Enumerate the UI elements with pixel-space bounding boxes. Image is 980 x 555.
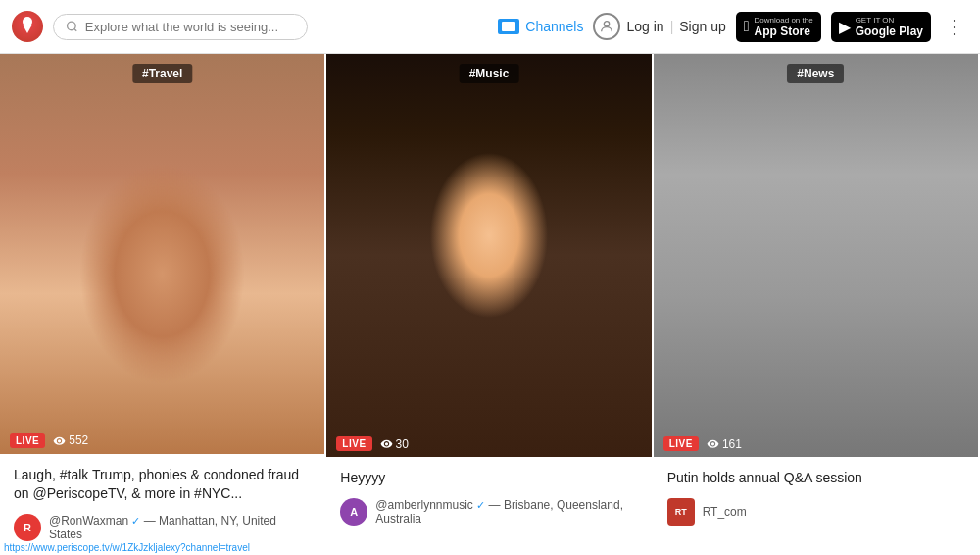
- live-bar-travel: LIVE 552: [0, 428, 98, 454]
- appstore-badge[interactable]:  Download on the App Store: [736, 12, 821, 42]
- panel-tag-news: #News: [787, 64, 844, 83]
- footer-url[interactable]: https://www.periscope.tv/w/1ZkJzkljalexy…: [4, 542, 250, 553]
- appstore-big: App Store: [755, 25, 813, 38]
- search-input[interactable]: [85, 20, 295, 34]
- eye-icon-news: [707, 437, 719, 450]
- video-bg-music: #Music LIVE 30: [326, 54, 651, 457]
- viewer-count-travel: 552: [53, 433, 88, 447]
- signup-button[interactable]: Sign up: [679, 19, 725, 34]
- search-icon: [66, 20, 78, 33]
- live-bar-news: LIVE 161: [654, 430, 752, 457]
- live-badge-news: LIVE: [663, 436, 699, 451]
- eye-icon-travel: [53, 434, 66, 447]
- eye-icon-music: [380, 437, 393, 450]
- auth-section: Log in | Sign up: [593, 13, 725, 40]
- streamer-name-music: @amberlynnmusic ✓ — Brisbane, Queensland…: [375, 498, 637, 526]
- verified-icon-travel: ✓: [131, 515, 140, 527]
- streamer-avatar-music: A: [340, 498, 368, 526]
- live-bar-music: LIVE 30: [326, 430, 418, 457]
- apple-icon: : [744, 18, 750, 35]
- video-bg-news: #News LIVE 161: [654, 54, 978, 457]
- stream-title-travel: Laugh, #talk Trump, phonies & condoned f…: [14, 466, 311, 504]
- panel-tag-music: #Music: [460, 64, 519, 83]
- main-content: #Travel LIVE 552 Laugh, #talk Trump, pho…: [0, 54, 980, 555]
- video-bg-travel: #Travel LIVE 552: [0, 54, 324, 454]
- svg-line-1: [74, 28, 76, 30]
- panel-tag-travel: #Travel: [132, 64, 192, 83]
- video-panel-news[interactable]: #News LIVE 161 Putin holds annual Q&A se…: [654, 54, 980, 555]
- streamer-name-news: RT_com: [703, 505, 747, 519]
- svg-point-0: [68, 22, 76, 30]
- live-badge-travel: LIVE: [10, 433, 45, 448]
- search-bar[interactable]: [53, 14, 308, 40]
- info-card-music: Heyyyy A @amberlynnmusic ✓ — Brisbane, Q…: [326, 457, 651, 555]
- video-person-travel: [0, 54, 324, 454]
- live-badge-music: LIVE: [336, 436, 371, 451]
- info-card-travel: Laugh, #talk Trump, phonies & condoned f…: [0, 454, 324, 555]
- streamer-info-music: A @amberlynnmusic ✓ — Brisbane, Queensla…: [340, 498, 637, 526]
- viewer-count-music: 30: [380, 437, 409, 451]
- more-menu-button[interactable]: ⋮: [941, 15, 968, 38]
- profile-icon: [593, 13, 620, 40]
- login-button[interactable]: Log in: [626, 19, 663, 34]
- periscope-logo[interactable]: [12, 11, 43, 42]
- video-person-news: [654, 54, 978, 457]
- tv-icon: [498, 19, 519, 34]
- streamer-avatar-news: RT: [667, 498, 695, 526]
- googleplay-small: GET IT ON: [856, 16, 923, 25]
- stream-title-music: Heyyyy: [340, 469, 637, 488]
- streamer-name-travel: @RonWaxman ✓ — Manhattan, NY, United Sta…: [49, 514, 311, 541]
- svg-point-2: [605, 22, 610, 26]
- channels-button[interactable]: Channels: [498, 19, 583, 34]
- appstore-small: Download on the: [755, 16, 813, 25]
- streamer-info-news: RT RT_com: [667, 498, 964, 526]
- info-card-news: Putin holds annual Q&A session RT RT_com: [654, 457, 978, 555]
- streamer-info-travel: R @RonWaxman ✓ — Manhattan, NY, United S…: [14, 514, 311, 541]
- googleplay-big: Google Play: [856, 25, 923, 38]
- auth-divider: |: [670, 19, 674, 34]
- stream-title-news: Putin holds annual Q&A session: [667, 469, 964, 488]
- header: Channels Log in | Sign up  Download on …: [0, 0, 980, 54]
- viewer-count-news: 161: [707, 437, 742, 451]
- video-person-music: [326, 54, 651, 457]
- channels-label: Channels: [525, 19, 583, 34]
- android-icon: ▶: [839, 18, 851, 36]
- verified-icon-music: ✓: [476, 499, 485, 511]
- streamer-avatar-travel: R: [14, 514, 41, 541]
- video-panel-travel[interactable]: #Travel LIVE 552 Laugh, #talk Trump, pho…: [0, 54, 326, 555]
- video-panel-music[interactable]: #Music LIVE 30 Heyyyy A @amberlynnmusic: [326, 54, 653, 555]
- googleplay-badge[interactable]: ▶ GET IT ON Google Play: [831, 12, 931, 42]
